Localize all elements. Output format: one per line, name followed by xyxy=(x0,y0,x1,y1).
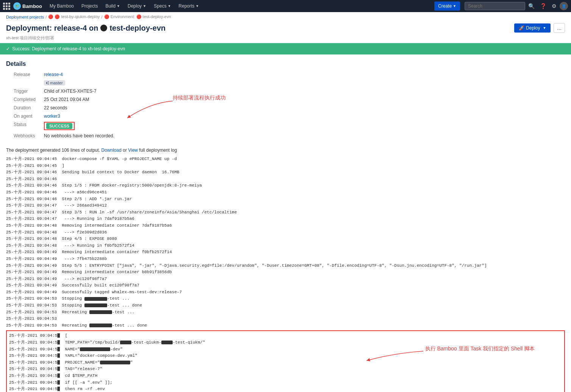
help-icon[interactable]: ❓ xyxy=(538,0,549,12)
log-line: 25-十月-2021 09:04:53 Stopping -test ... d… xyxy=(6,302,565,309)
search-input[interactable] xyxy=(465,2,525,10)
log-line: 25-十月-2021 09:04:5█ TAG="release-7" xyxy=(9,366,562,373)
log-line: 25-十月-2021 09:04:49 Removing intermediat… xyxy=(6,249,565,256)
details-status-row: Status SUCCESS xyxy=(14,122,565,130)
nav-logo[interactable]: 🎋 Bamboo xyxy=(13,2,42,10)
log-line: 25-十月-2021 09:04:49 Removing intermediat… xyxy=(6,269,565,276)
user-avatar[interactable]: 👤 xyxy=(560,2,568,10)
log-line: 25-十月-2021 09:04:46 Sending build contex… xyxy=(6,169,565,176)
search-icon[interactable]: 🔍 xyxy=(526,0,537,12)
details-agent-row: On agent worker3 持续部署流程执行成功 xyxy=(14,114,565,119)
log-line: 25-十月-2021 09:04:5█ PROJECT_NAME="" xyxy=(9,359,562,366)
log-line: 25-十月-2021 09:04:47 ---> Running in 7daf… xyxy=(6,216,565,222)
success-checkmark-icon: ✓ xyxy=(6,46,10,51)
page-title: Deployment: release-4 on test-deploy-evn xyxy=(6,24,165,33)
log-line: 25-十月-2021 09:04:46 ---> a56cd96ce451 xyxy=(6,189,565,196)
log-line: 25-十月-2021 09:04:48 Step 4/5 : EXPOSE 80… xyxy=(6,236,565,243)
log-section: The deployment generated 106 lines of ou… xyxy=(0,148,571,392)
log-line: 25-十月-2021 09:04:47 ---> 266aed349412 xyxy=(6,202,565,209)
nav-deploy[interactable]: Deploy▼ xyxy=(125,0,149,12)
breadcrumb-deploy-project[interactable]: 🔴 🔴 test-by-qiukm-deploy xyxy=(48,14,100,19)
download-log-link[interactable]: Download xyxy=(101,148,122,153)
details-release-row: Release release-4 xyxy=(14,72,565,77)
log-line: 25-十月-2021 09:04:48 ---> f2e309d2d836 xyxy=(6,229,565,236)
more-options-button[interactable]: ... xyxy=(554,23,565,33)
top-navigation: 🎋 Bamboo My Bamboo Projects Build▼ Deplo… xyxy=(0,0,571,12)
log-line: 25-十月-2021 09:04:45 docker-compose -f $Y… xyxy=(6,156,565,163)
log-line: 25-十月-2021 09:04:48 Removing intermediat… xyxy=(6,222,565,229)
nav-projects[interactable]: Projects xyxy=(78,0,101,12)
log-line: 25-十月-2021 09:04:49 ---> 7fb475b2288b xyxy=(6,256,565,263)
highlighted-log-section: 25-十月-2021 09:04:5█ [ 25-十月-2021 09:04:5… xyxy=(6,330,565,392)
nav-specs[interactable]: Specs▼ xyxy=(151,0,174,12)
page-subtitle: xh-test 项目持续交付/部署 xyxy=(0,34,571,43)
status-badge: SUCCESS xyxy=(46,123,72,129)
branch-icon: ⑆ xyxy=(46,81,49,85)
log-line: 25-十月-2021 09:04:46 Step 1/5 : FROM dock… xyxy=(6,182,565,189)
details-section: Details Release release-4 ⑆ master xyxy=(0,54,571,148)
log-line: 25-十月-2021 09:04:46 Step 2/5 : ADD *.jar… xyxy=(6,196,565,203)
annotation-shell-script: 执行 Bamboo 里面 Task 我们指定的 Shell 脚本 xyxy=(425,345,535,352)
log-output: 25-十月-2021 09:04:45 docker-compose -f $Y… xyxy=(6,156,565,329)
breadcrumb-deployment-projects[interactable]: Deployment projects xyxy=(6,15,44,19)
nav-mybamboo[interactable]: My Bamboo xyxy=(47,0,77,12)
details-trigger-row: Trigger Child of XHTES-XHTES-7 xyxy=(14,89,565,94)
annotation-deploy-success: 持续部署流程执行成功 xyxy=(173,95,226,101)
env-icon xyxy=(100,25,107,31)
settings-icon[interactable]: ⚙ xyxy=(549,0,559,12)
log-line: 25-十月-2021 09:04:48 ---> Running in f0bf… xyxy=(6,243,565,249)
log-line: 25-十月-2021 09:04:5█ [ xyxy=(9,333,562,339)
details-title: Details xyxy=(6,61,565,67)
details-branch-row: ⑆ master xyxy=(14,80,565,86)
log-line: 25-十月-2021 09:04:5█ TEMP_PATH="/tmp/buil… xyxy=(9,339,562,346)
nav-reports[interactable]: Reports▼ xyxy=(176,0,202,12)
log-line: 25-十月-2021 09:04:5█ YAML="docker-compose… xyxy=(9,353,562,359)
release-link[interactable]: release-4 xyxy=(44,72,63,77)
log-line: 25-十月-2021 09:04:53 Recreating -test ...… xyxy=(6,322,565,329)
bamboo-logo-icon: 🎋 xyxy=(13,2,21,10)
branch-tag: ⑆ master xyxy=(44,80,65,86)
log-line: 25-十月-2021 09:04:5█ then rm -rf .env xyxy=(9,386,562,392)
breadcrumb: Deployment projects / 🔴 🔴 test-by-qiukm-… xyxy=(0,12,571,22)
success-banner: ✓ Success: Deployment of release-4 to xh… xyxy=(0,43,571,54)
nav-create-btn[interactable]: Create▼ xyxy=(434,2,460,11)
deploy-button[interactable]: 🚀 Deploy ▼ xyxy=(514,23,551,33)
log-line: 25-十月-2021 09:04:45 ] xyxy=(6,163,565,170)
details-table: Release release-4 ⑆ master Trigger Child… xyxy=(14,72,565,138)
header-actions: 🚀 Deploy ▼ ... xyxy=(514,23,565,33)
agent-link[interactable]: worker3 xyxy=(44,114,60,119)
log-line: 25-十月-2021 09:04:5█ cd $TEMP_PATH xyxy=(9,373,562,380)
grid-menu-icon[interactable] xyxy=(3,3,10,10)
log-line: 25-十月-2021 09:04:46 xyxy=(6,176,565,183)
view-log-link[interactable]: View xyxy=(128,148,138,153)
breadcrumb-environment[interactable]: 🔴 Environment: 🔴 test-deploy-evn xyxy=(104,14,171,19)
details-duration-row: Duration 22 seconds xyxy=(14,105,565,110)
log-line: 25-十月-2021 09:04:53 xyxy=(6,316,565,322)
log-info-line: The deployment generated 106 lines of ou… xyxy=(6,148,565,153)
status-box: SUCCESS xyxy=(44,122,75,130)
log-line: 25-十月-2021 09:04:49 Successfully built e… xyxy=(6,282,565,289)
log-line: 25-十月-2021 09:04:53 Recreating -test ... xyxy=(6,309,565,316)
highlight-box: 25-十月-2021 09:04:5█ [ 25-十月-2021 09:04:5… xyxy=(6,330,565,392)
log-line: 25-十月-2021 09:04:49 ---> ec120f98f7a7 xyxy=(6,276,565,283)
log-line: 25-十月-2021 09:04:5█ if [[ -a ".env" ]]; xyxy=(9,380,562,386)
details-webhooks-row: Webhooks No webhooks have been recorded. xyxy=(14,133,565,138)
log-line: 25-十月-2021 09:04:49 Step 5/5 : ENTRYPOIN… xyxy=(6,263,565,269)
details-completed-row: Completed 25 Oct 2021 09:04 AM xyxy=(14,97,565,102)
log-line: 25-十月-2021 09:04:49 Successfully tagged … xyxy=(6,289,565,296)
page-header: Deployment: release-4 on test-deploy-evn… xyxy=(0,22,571,34)
log-line: 25-十月-2021 09:04:53 Stopping -test ... xyxy=(6,296,565,302)
log-line: 25-十月-2021 09:04:47 Step 3/5 : RUN ln -s… xyxy=(6,209,565,216)
deploy-icon: 🚀 xyxy=(519,25,524,31)
nav-build[interactable]: Build▼ xyxy=(102,0,123,12)
